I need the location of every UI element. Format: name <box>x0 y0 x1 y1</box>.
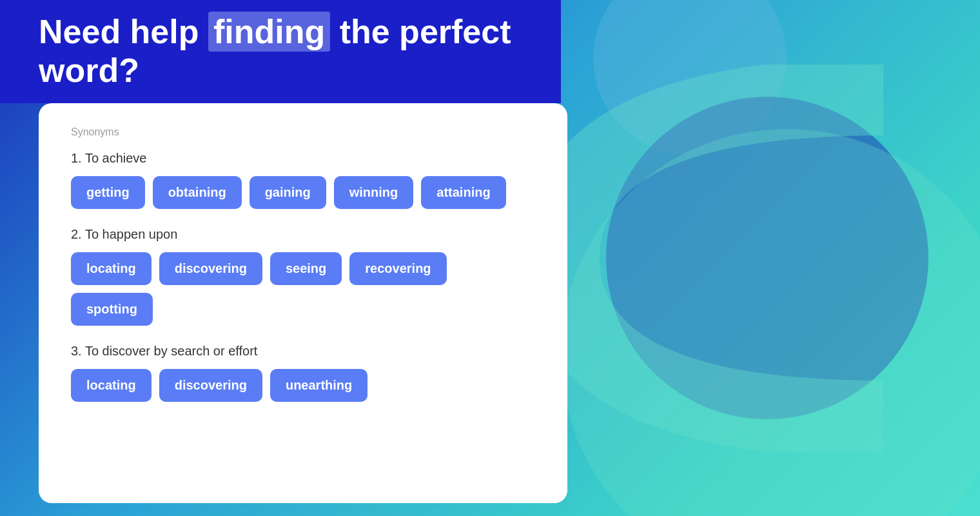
content-card: Synonyms 1. To achieve getting obtaining… <box>39 103 567 503</box>
synonyms-label: Synonyms <box>71 126 535 138</box>
header-bar: Need help finding the perfect word? <box>0 0 561 103</box>
title-prefix: Need help <box>39 13 208 50</box>
section-2-heading: 2. To happen upon <box>71 227 535 242</box>
tag-unearthing[interactable]: unearthing <box>270 369 368 402</box>
tag-locating-2[interactable]: locating <box>71 369 152 402</box>
section-3-heading: 3. To discover by search or effort <box>71 344 535 359</box>
tag-obtaining[interactable]: obtaining <box>153 176 242 209</box>
tag-getting[interactable]: getting <box>71 176 145 209</box>
title-highlight: finding <box>208 12 330 52</box>
section-1-tags: getting obtaining gaining winning attain… <box>71 176 535 209</box>
tag-locating-1[interactable]: locating <box>71 252 152 285</box>
page-title: Need help finding the perfect word? <box>39 13 522 90</box>
tag-gaining[interactable]: gaining <box>250 176 326 209</box>
section-2-tags: locating discovering seeing recovering s… <box>71 252 535 326</box>
tag-seeing[interactable]: seeing <box>270 252 342 285</box>
synonym-section-3: 3. To discover by search or effort locat… <box>71 344 535 402</box>
tag-spotting[interactable]: spotting <box>71 293 153 326</box>
synonym-section-2: 2. To happen upon locating discovering s… <box>71 227 535 326</box>
section-1-heading: 1. To achieve <box>71 151 535 166</box>
tag-winning[interactable]: winning <box>334 176 414 209</box>
section-3-tags: locating discovering unearthing <box>71 369 535 402</box>
synonym-section-1: 1. To achieve getting obtaining gaining … <box>71 151 535 209</box>
tag-attaining[interactable]: attaining <box>421 176 505 209</box>
tag-recovering[interactable]: recovering <box>349 252 446 285</box>
tag-discovering-2[interactable]: discovering <box>159 369 262 402</box>
tag-discovering-1[interactable]: discovering <box>159 252 262 285</box>
